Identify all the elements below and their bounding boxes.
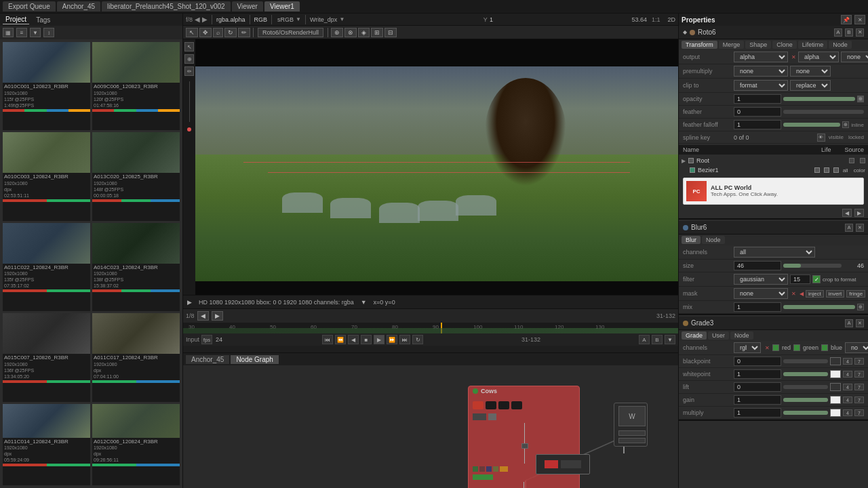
bp-num2[interactable]: 7 xyxy=(854,358,864,365)
feather-falloff-input[interactable] xyxy=(734,120,781,129)
roto6-btn-2[interactable]: B xyxy=(845,28,853,37)
roto6-tab-node[interactable]: Node xyxy=(829,41,852,49)
play-back[interactable]: ◀ xyxy=(348,335,359,344)
gain-input[interactable] xyxy=(734,395,781,405)
tool-d[interactable]: ⊞ xyxy=(371,28,383,37)
premultiply-dropdown-2[interactable]: none xyxy=(790,66,831,77)
small-node-br[interactable] xyxy=(536,454,590,474)
media-item-6[interactable]: A015C007_120826_R3BR 1920x1080 136f @25F… xyxy=(3,313,90,401)
props-pin[interactable]: 📌 xyxy=(841,15,852,24)
multiply-swatch[interactable] xyxy=(830,409,841,417)
grade3-header[interactable]: Grade3 A ✕ xyxy=(679,317,868,330)
wp-num2[interactable]: 7 xyxy=(854,371,864,378)
status-dropdown[interactable]: ▼ xyxy=(361,299,367,306)
ad-next[interactable]: ▶ xyxy=(854,209,864,217)
mul-num2[interactable]: 7 xyxy=(854,409,864,416)
lift-slider[interactable] xyxy=(783,385,828,389)
inject-btn[interactable]: inject xyxy=(806,290,824,298)
tab-viewer[interactable]: Viewer xyxy=(232,1,263,12)
feather-slider[interactable] xyxy=(783,110,864,114)
tab-liberator[interactable]: liberator_Prelaunch45_Shot_120_v002 xyxy=(102,1,230,12)
roto6-btn-1[interactable]: A xyxy=(834,28,842,37)
tl-next-frame[interactable]: ▶ xyxy=(212,311,223,321)
blur-size-input[interactable] xyxy=(734,261,781,270)
media-item-3[interactable]: A013C020_120825_R3BR 1920x1080 148f @25F… xyxy=(92,132,180,220)
move-tool[interactable]: ✥ xyxy=(199,28,212,37)
tab-anchor-45[interactable]: Anchor_45 xyxy=(57,1,100,12)
media-item-1[interactable]: A009C006_120823_R3BR 1920x1080 120f @25F… xyxy=(92,42,180,130)
feather-falloff-slider[interactable] xyxy=(783,123,840,127)
green-check[interactable] xyxy=(793,344,800,351)
write-dropdown-icon[interactable]: ▼ xyxy=(339,16,344,22)
tl-opt-3[interactable]: ▼ xyxy=(665,335,675,344)
left-tool-2[interactable]: ⊕ xyxy=(184,54,194,64)
bp-num[interactable]: 4 xyxy=(843,358,852,365)
gain-slider[interactable] xyxy=(783,398,828,402)
media-item-0[interactable]: A010C001_120823_R3BR 1920x1080 115f @25F… xyxy=(3,42,90,130)
media-item-4[interactable]: A011C022_120824_R3BR 1920x1080 135f @25F… xyxy=(3,223,90,311)
output-dropdown-3[interactable]: none xyxy=(841,52,868,62)
blackpoint-slider[interactable] xyxy=(783,359,828,363)
blur-mix-slider[interactable] xyxy=(783,305,855,309)
tool-a[interactable]: ⊕ xyxy=(331,28,343,37)
red-check[interactable] xyxy=(772,344,779,351)
whitepoint-input[interactable] xyxy=(734,369,781,379)
blur-filter-dropdown[interactable]: gaussian xyxy=(734,274,788,285)
blur-mix-input[interactable] xyxy=(734,302,781,312)
tags-tab[interactable]: Tags xyxy=(33,16,53,24)
tc-fps-dropdown[interactable]: fps xyxy=(201,335,212,344)
blur6-tab-blur[interactable]: Blur xyxy=(682,236,701,244)
roto6-tab-transform[interactable]: Transform xyxy=(682,41,717,49)
blur6-tab-node[interactable]: Node xyxy=(702,236,725,244)
grade-channels-dropdown[interactable]: rgb xyxy=(734,342,761,353)
invert-btn[interactable]: invert xyxy=(826,290,845,298)
arrow-tool[interactable]: ↖ xyxy=(186,28,198,37)
tool-e[interactable]: ⊟ xyxy=(384,28,397,37)
gain-num2[interactable]: 7 xyxy=(854,396,864,403)
roto6-tab-clone[interactable]: Clone xyxy=(772,41,797,49)
spline-vis-btn[interactable]: 👁 xyxy=(817,134,825,142)
opacity-slider[interactable] xyxy=(783,97,855,101)
multiply-slider[interactable] xyxy=(783,411,828,415)
go-start[interactable]: ⏮ xyxy=(322,335,333,344)
lift-num[interactable]: 4 xyxy=(843,384,852,390)
grade3-tab-grade[interactable]: Grade xyxy=(682,331,707,340)
blackpoint-input[interactable] xyxy=(734,357,781,366)
grade3-btn-1[interactable]: A xyxy=(845,319,853,327)
project-tab[interactable]: Project xyxy=(3,15,29,24)
crop-check[interactable]: ✓ xyxy=(812,275,821,283)
blackpoint-swatch[interactable] xyxy=(830,357,841,365)
lift-input[interactable] xyxy=(734,382,781,392)
step-fwd[interactable]: ⏩ xyxy=(387,335,397,344)
grid-view-btn[interactable]: ▦ xyxy=(3,28,14,37)
clipto-dropdown[interactable]: format xyxy=(734,80,788,91)
nav-next[interactable]: ▶ xyxy=(202,16,208,23)
nav-prev[interactable]: ◀ xyxy=(195,16,200,23)
grade-chan-x[interactable]: ✕ xyxy=(765,345,770,351)
grade3-tab-user[interactable]: User xyxy=(708,331,729,340)
opacity-extra[interactable]: ⊕ xyxy=(857,96,864,102)
blur-size-slider[interactable] xyxy=(783,264,842,268)
output-dropdown-1[interactable]: alpha xyxy=(734,52,788,62)
media-item-8[interactable]: A011C014_120824_R3BR 1920x1080 dpx 05:59… xyxy=(3,404,90,485)
gain-num[interactable]: 4 xyxy=(843,396,852,403)
blur-filter-num[interactable] xyxy=(790,274,810,284)
blue-check[interactable] xyxy=(821,344,828,351)
mask-x2[interactable]: ◀ xyxy=(800,291,804,297)
clip-replace-dropdown[interactable]: replace xyxy=(790,80,831,91)
tab-viewer1[interactable]: Viewer1 xyxy=(264,1,300,12)
stop[interactable]: ■ xyxy=(361,335,372,344)
grade3-close[interactable]: ✕ xyxy=(856,319,864,327)
ad-prev[interactable]: ◀ xyxy=(842,209,852,217)
props-close[interactable]: ✕ xyxy=(854,15,865,24)
roto6-close[interactable]: ✕ xyxy=(856,28,864,37)
mix-extra[interactable]: ⊕ xyxy=(857,304,864,310)
go-end[interactable]: ⏭ xyxy=(399,335,410,344)
lift-num2[interactable]: 7 xyxy=(854,384,864,390)
opacity-input[interactable] xyxy=(734,94,781,104)
gain-swatch[interactable] xyxy=(830,396,841,404)
whitepoint-swatch[interactable] xyxy=(830,370,841,378)
zoom-tool[interactable]: ⌕ xyxy=(213,28,223,37)
media-item-5[interactable]: A014C023_120824_R3BR 1920x1080 138f @25F… xyxy=(92,223,180,311)
mul-num[interactable]: 4 xyxy=(843,409,852,416)
